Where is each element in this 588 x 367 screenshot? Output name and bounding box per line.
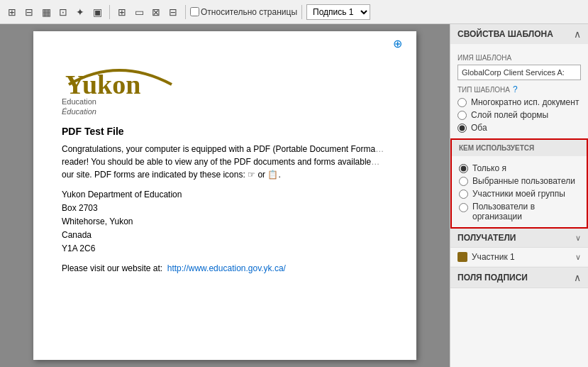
fields-header[interactable]: Поля подписи ∧: [450, 268, 588, 287]
rows-icon[interactable]: ▦: [38, 4, 54, 20]
help-icon[interactable]: ?: [513, 84, 518, 94]
used-by-option-4[interactable]: Пользователи в организации: [459, 202, 579, 221]
recipient-color-swatch: [457, 252, 467, 262]
pdf-viewer[interactable]: ⊕ Yukon Education Éducation PDF Test: [0, 24, 450, 367]
fields-collapse-icon: ∧: [574, 272, 581, 283]
address-line-4: Canada: [62, 229, 388, 242]
address-line-3: Whitehorse, Yukon: [62, 215, 388, 229]
signature-dropdown[interactable]: Подпись 1: [306, 4, 370, 20]
divider-1: [109, 5, 110, 19]
pdf-paragraph: Congratulations, your computer is equipp…: [62, 143, 388, 181]
template-name-input[interactable]: [457, 65, 581, 80]
website-url[interactable]: http://www.education.gov.yk.ca/: [167, 263, 286, 273]
used-by-radio-2[interactable]: [459, 177, 468, 186]
toolbar: ⊞ ⊟ ▦ ⊡ ✦ ▣ ⊞ ▭ ⊠ ⊟ Относительно страниц…: [0, 0, 588, 24]
fields-section: Поля подписи ∧: [450, 268, 588, 288]
recipients-header[interactable]: ПОЛУЧАТЕЛИ ∨: [450, 229, 588, 248]
properties-title: Свойства шаблона: [457, 29, 553, 39]
address-line-5: Y1A 2C6: [62, 242, 388, 256]
type-option-3[interactable]: Оба: [457, 123, 581, 133]
toolbar-group-signature: Подпись 1: [306, 4, 370, 20]
divider-3: [301, 5, 302, 19]
grid-icon[interactable]: ⊞: [4, 4, 20, 20]
stamp-icon[interactable]: ✦: [72, 4, 88, 20]
separator-icon[interactable]: ⊞: [114, 4, 130, 20]
layout-icon[interactable]: ▣: [89, 4, 105, 20]
used-by-header: КЕМ ИСПОЛЬЗУЕТСЯ: [452, 140, 587, 156]
type-option-2[interactable]: Слой полей формы: [457, 110, 581, 120]
yukon-arch: Yukon: [62, 53, 388, 95]
crop-icon[interactable]: ⊟: [165, 4, 181, 20]
columns-icon[interactable]: ⊟: [21, 4, 37, 20]
yukon-logo-text: Yukon: [65, 70, 140, 95]
used-by-radio-1[interactable]: [459, 164, 468, 173]
education-line2: Éducation: [62, 106, 388, 116]
used-by-body: Только я Выбранные пользователи Участник…: [452, 156, 587, 227]
type-option-1[interactable]: Многократно исп. документ: [457, 97, 581, 107]
yukon-arc-svg: Yukon: [62, 53, 175, 95]
recipients-chevron-icon: ∨: [575, 234, 581, 243]
type-radio-3[interactable]: [457, 124, 467, 133]
used-by-option-2[interactable]: Выбранные пользователи: [459, 176, 579, 186]
recipient-name: Участник 1: [472, 252, 571, 262]
pdf-address: Yukon Department of Education Box 2703 W…: [62, 188, 388, 256]
pdf-title: PDF Test File: [62, 126, 388, 137]
template-type-label: ТИП ШАБЛОНА ?: [457, 84, 581, 94]
used-by-title: КЕМ ИСПОЛЬЗУЕТСЯ: [459, 144, 534, 152]
template-type-options: Многократно исп. документ Слой полей фор…: [457, 97, 581, 133]
used-by-option-1[interactable]: Только я: [459, 163, 579, 173]
address-line-1: Yukon Department of Education: [62, 188, 388, 202]
used-by-option-3[interactable]: Участники моей группы: [459, 189, 579, 199]
toolbar-group-1: ⊞ ⊟ ▦ ⊡ ✦ ▣: [4, 4, 105, 20]
template-name-label: ИМЯ ШАБЛОНА: [457, 54, 581, 62]
type-radio-2[interactable]: [457, 111, 467, 120]
education-lines: Education Éducation: [62, 97, 388, 117]
yukon-logo: Yukon Education Éducation: [62, 53, 388, 117]
divider-2: [185, 5, 186, 19]
website-label: Please visit our website at:: [62, 263, 162, 273]
right-panel: Свойства шаблона ∧ ИМЯ ШАБЛОНА ТИП ШАБЛО…: [450, 24, 588, 367]
used-by-options: Только я Выбранные пользователи Участник…: [459, 163, 579, 221]
used-by-radio-4[interactable]: [459, 203, 468, 212]
recipients-section: ПОЛУЧАТЕЛИ ∨ Участник 1 ∨: [450, 229, 588, 268]
properties-body: ИМЯ ШАБЛОНА ТИП ШАБЛОНА ? Многократно ис…: [450, 44, 588, 138]
table-icon[interactable]: ⊡: [55, 4, 71, 20]
recipient-expand-icon: ∨: [575, 253, 581, 262]
main-area: ⊕ Yukon Education Éducation PDF Test: [0, 24, 588, 367]
toolbar-group-2: ⊞ ▭ ⊠ ⊟: [114, 4, 181, 20]
relative-checkbox[interactable]: [190, 7, 199, 16]
expand-icon[interactable]: ⊠: [148, 4, 164, 20]
collapse-icon: ∧: [574, 28, 581, 40]
box-icon[interactable]: ▭: [131, 4, 147, 20]
used-by-section: КЕМ ИСПОЛЬЗУЕТСЯ Только я Выбранные поль…: [450, 138, 588, 229]
type-radio-1[interactable]: [457, 98, 467, 107]
scan-icon[interactable]: ⊕: [393, 37, 402, 50]
pdf-page: ⊕ Yukon Education Éducation PDF Test: [33, 31, 416, 360]
pdf-website-line: Please visit our website at: http://www.…: [62, 263, 388, 273]
recipient-item-1[interactable]: Участник 1 ∨: [450, 248, 588, 267]
properties-header[interactable]: Свойства шаблона ∧: [450, 24, 588, 44]
recipients-title: ПОЛУЧАТЕЛИ: [457, 233, 516, 243]
education-line1: Education: [62, 97, 388, 106]
fields-title: Поля подписи: [457, 273, 528, 283]
relative-label: Относительно страницы: [201, 7, 297, 17]
address-line-2: Box 2703: [62, 202, 388, 215]
toolbar-group-relative: Относительно страницы: [190, 7, 297, 17]
used-by-radio-3[interactable]: [459, 190, 468, 199]
